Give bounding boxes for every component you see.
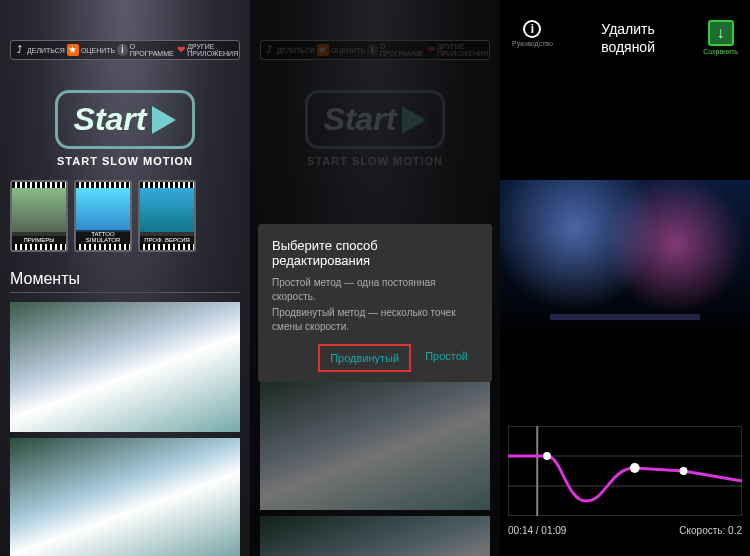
rate-label: ОЦЕНИТЬ <box>81 47 115 54</box>
section-moments: Моменты <box>10 270 240 293</box>
svg-point-4 <box>543 452 551 460</box>
svg-point-6 <box>680 467 688 475</box>
share-icon: ⤴ <box>13 44 25 56</box>
thumb-app2[interactable]: TATTOO SIMULATOR <box>74 180 132 252</box>
method-dialog: Выберите способ редактирования Простой м… <box>258 224 492 382</box>
dialog-title: Выберите способ редактирования <box>272 238 478 268</box>
play-icon <box>152 106 176 134</box>
about-label: О ПРОГРАММЕ <box>130 43 175 57</box>
video-preview[interactable] <box>500 180 750 340</box>
start-label: Start <box>74 101 147 138</box>
rate-button: ★ ОЦЕНИТЬ <box>317 43 365 57</box>
screen-method-dialog: ⤴ ДЕЛИТЬСЯ ★ ОЦЕНИТЬ i О ПРОГРАММЕ ❤ ДРУ… <box>250 0 500 556</box>
moments-list <box>10 302 240 556</box>
time-position: 00:14 / 01:09 <box>508 525 566 536</box>
thumb-app3[interactable]: ПРОФ. ВЕРСИЯ <box>138 180 196 252</box>
dialog-text-line1: Простой метод — одна постоянная скорость… <box>272 276 478 304</box>
advanced-button[interactable]: Продвинутый <box>318 344 411 372</box>
editor-topbar: i Руководство Удалить водяной Сохранить <box>500 20 750 56</box>
top-actions: ⤴ ДЕЛИТЬСЯ ★ ОЦЕНИТЬ i О ПРОГРАММЕ ❤ ДРУ… <box>260 40 490 60</box>
screen-home: ⤴ ДЕЛИТЬСЯ ★ ОЦЕНИТЬ i О ПРОГРАММЕ ❤ ДРУ… <box>0 0 250 556</box>
thumb-app2-label: TATTOO SIMULATOR <box>76 230 130 244</box>
remove-watermark-button[interactable]: Удалить водяной <box>601 20 655 56</box>
about-button: i О ПРОГРАММЕ <box>367 43 425 57</box>
start-button[interactable]: Start <box>55 90 196 149</box>
moments-list <box>260 380 490 556</box>
start-area: Start START SLOW MOTION <box>250 90 500 167</box>
top-actions: ⤴ ДЕЛИТЬСЯ ★ ОЦЕНИТЬ i О ПРОГРАММЕ ❤ ДРУ… <box>10 40 240 60</box>
start-button: Start <box>305 90 446 149</box>
share-button[interactable]: ⤴ ДЕЛИТЬСЯ <box>13 43 65 57</box>
moment-item[interactable] <box>10 302 240 432</box>
info-icon: i <box>367 44 378 56</box>
promo-thumbs: ПРИМЕРЫ TATTOO SIMULATOR ПРОФ. ВЕРСИЯ <box>10 180 196 252</box>
guide-button[interactable]: i Руководство <box>512 20 553 47</box>
start-area: Start START SLOW MOTION <box>0 90 250 167</box>
rate-button[interactable]: ★ ОЦЕНИТЬ <box>67 43 115 57</box>
download-icon <box>708 20 734 46</box>
heart-icon: ❤ <box>177 44 185 56</box>
simple-button[interactable]: Простой <box>415 344 478 372</box>
moment-item <box>260 516 490 556</box>
other-apps-button[interactable]: ❤ ДРУГИЕ ПРИЛОЖЕНИЯ <box>177 43 242 57</box>
about-button[interactable]: i О ПРОГРАММЕ <box>117 43 175 57</box>
save-button[interactable]: Сохранить <box>703 20 738 55</box>
heart-icon: ❤ <box>427 44 435 56</box>
share-icon: ⤴ <box>263 44 275 56</box>
save-label: Сохранить <box>703 48 738 55</box>
play-icon <box>402 106 426 134</box>
thumb-app3-label: ПРОФ. ВЕРСИЯ <box>140 236 194 244</box>
info-icon: i <box>523 20 541 38</box>
svg-point-5 <box>630 463 640 473</box>
info-icon: i <box>117 44 128 56</box>
thumb-examples-label: ПРИМЕРЫ <box>12 236 66 244</box>
dialog-text-line2: Продвинутый метод — несколько точек смен… <box>272 306 478 334</box>
screen-editor: i Руководство Удалить водяной Сохранить … <box>500 0 750 556</box>
other-apps-button: ❤ ДРУГИЕ ПРИЛОЖЕНИЯ <box>427 43 492 57</box>
moment-item <box>260 380 490 510</box>
speed-readout: Скорость: 0.2 <box>679 525 742 536</box>
other-apps-label: ДРУГИЕ ПРИЛОЖЕНИЯ <box>187 43 242 57</box>
start-subtitle: START SLOW MOTION <box>0 155 250 167</box>
moment-item[interactable] <box>10 438 240 556</box>
share-label: ДЕЛИТЬСЯ <box>27 47 65 54</box>
thumb-examples[interactable]: ПРИМЕРЫ <box>10 180 68 252</box>
time-readout: 00:14 / 01:09 Скорость: 0.2 <box>508 525 742 536</box>
share-button: ⤴ ДЕЛИТЬСЯ <box>263 43 315 57</box>
speed-graph[interactable] <box>508 426 742 516</box>
star-icon: ★ <box>317 44 329 56</box>
star-icon: ★ <box>67 44 79 56</box>
guide-label: Руководство <box>512 40 553 47</box>
